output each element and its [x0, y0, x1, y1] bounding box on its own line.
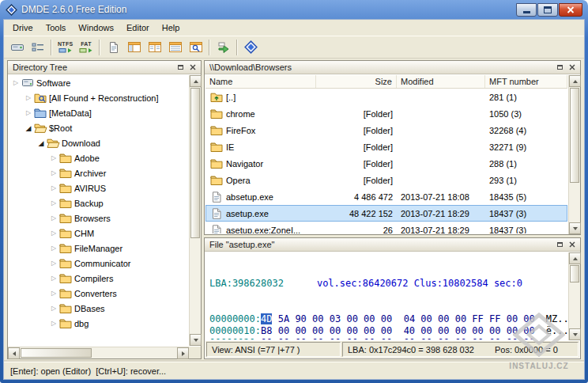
tree-item-communicator[interactable]: ▷Communicator [9, 256, 188, 271]
expand-icon[interactable]: ▷ [49, 214, 58, 222]
menu-help[interactable]: Help [156, 21, 187, 35]
file-list-header: \\Download\Browsers [205, 61, 580, 74]
hex-view[interactable]: LBA:398628032vol.sec:86420672 Clus:10802… [205, 252, 567, 339]
scroll-up-button[interactable] [569, 252, 581, 264]
device-list-button[interactable] [28, 37, 47, 57]
view-mode-cell[interactable]: View: ANSI (=77 |+77 ) [206, 342, 341, 357]
tree-item-filemanager[interactable]: ▷FileManager [9, 241, 188, 256]
tree-item-all-found-reconstruction[interactable]: ▷[All Found + Reconstruction] [9, 90, 188, 105]
minimize-button[interactable] [516, 3, 537, 17]
menu-drive[interactable]: Drive [6, 21, 40, 35]
expand-icon[interactable]: ▷ [49, 260, 58, 267]
ntfs-button[interactable]: NTFS [55, 37, 75, 57]
scroll-up-button[interactable] [569, 75, 581, 87]
expand-icon[interactable]: ▷ [49, 245, 58, 252]
panel-float-button[interactable] [554, 240, 565, 250]
scroll-down-button[interactable] [569, 222, 581, 234]
hex-row[interactable]: 00000010:B8 00 00 00 00 00 00 00 40 00 0… [209, 325, 567, 337]
column-header-mft-number[interactable]: MFT number [485, 75, 567, 88]
panel-list-view-button[interactable] [165, 37, 185, 57]
panel-close-button[interactable] [187, 63, 198, 73]
expand-icon[interactable]: ▷ [49, 184, 58, 192]
file-row-ie[interactable]: IE[Folder]32271 (9) [205, 138, 567, 155]
expand-icon[interactable]: ▷ [49, 169, 58, 176]
file-row-opera[interactable]: Opera[Folder]293 (1) [205, 172, 567, 188]
file-row-absetup-exe[interactable]: absetup.exe4 486 4722013-07-21 18:081843… [205, 188, 567, 205]
collapse-icon[interactable]: ◢ [36, 139, 46, 147]
open-editor-button[interactable] [104, 37, 123, 57]
column-header-modified[interactable]: Modified [397, 75, 485, 88]
expand-icon[interactable]: ▷ [11, 79, 21, 86]
file-row-chrome[interactable]: chrome[Folder]1050 (3) [205, 105, 567, 122]
tree-item-label: DBases [73, 304, 105, 313]
tree-item-archiver[interactable]: ▷Archiver [9, 165, 188, 180]
tree-item-metadata[interactable]: ▷[MetaData] [9, 105, 188, 120]
tree-item-converters[interactable]: ▷Converters [9, 286, 188, 301]
panel-float-button[interactable] [554, 63, 565, 73]
tree-item-download[interactable]: ◢Download [9, 135, 188, 150]
close-button[interactable] [559, 3, 582, 17]
tree-item-avirus[interactable]: ▷AVIRUS [9, 180, 188, 195]
scroll-down-button[interactable] [569, 328, 581, 340]
tree-horizontal-scrollbar[interactable] [8, 347, 189, 358]
hex-vertical-scrollbar[interactable] [568, 252, 580, 340]
panel-search-button[interactable] [186, 37, 205, 57]
tree-item-compilers[interactable]: ▷Compilers [9, 271, 188, 286]
tree-item-dbases[interactable]: ▷DBases [9, 301, 188, 316]
expand-icon[interactable]: ▷ [49, 275, 58, 282]
expand-icon[interactable]: ▷ [49, 305, 58, 312]
scrollbar-thumb[interactable] [570, 265, 579, 283]
tree-item-adobe[interactable]: ▷Adobe [9, 150, 188, 165]
scroll-right-button[interactable] [177, 347, 189, 359]
menu-editor[interactable]: Editor [120, 21, 156, 35]
file-row-item[interactable]: [..]281 (1) [205, 89, 567, 105]
file-row-firefox[interactable]: FireFox[Folder]32268 (4) [205, 122, 567, 138]
panel-float-button[interactable] [175, 63, 186, 73]
expand-icon[interactable]: ▷ [49, 320, 58, 327]
expand-icon[interactable]: ▷ [49, 154, 58, 161]
menu-windows[interactable]: Windows [72, 21, 120, 35]
hex-row[interactable]: 00000000:4D 5A 90 00 03 00 00 00 04 00 0… [209, 313, 567, 325]
expand-icon[interactable]: ▷ [24, 94, 33, 101]
recover-button[interactable] [213, 37, 233, 57]
tree-item-software[interactable]: ▷Software [9, 75, 188, 90]
scroll-left-button[interactable] [8, 347, 20, 359]
titlebar[interactable]: DMDE 2.6.0 Free Edition [3, 0, 585, 19]
file-row-asetup-exe[interactable]: asetup.exe48 422 1522013-07-21 18:291843… [205, 205, 567, 222]
scroll-up-button[interactable] [190, 75, 202, 87]
arrow-down-icon [194, 339, 198, 344]
expand-icon[interactable]: ▷ [49, 229, 58, 237]
dmde-logo-button[interactable] [241, 37, 261, 57]
files-vertical-scrollbar[interactable] [568, 75, 580, 234]
scroll-down-button[interactable] [190, 334, 202, 346]
scrollbar-thumb[interactable] [570, 88, 579, 183]
scrollbar-thumb[interactable] [190, 88, 200, 238]
scrollbar-thumb[interactable] [21, 348, 92, 358]
tree-vertical-scrollbar[interactable] [189, 75, 201, 346]
panel-tree-view-button[interactable] [124, 37, 144, 57]
panel-close-button[interactable] [567, 240, 578, 250]
tree-item-browsers[interactable]: ▷Browsers [9, 210, 188, 226]
hex-row[interactable]: 00000020:00 00 00 00 00 00 00 00 00 00 0… [209, 337, 567, 339]
file-row-asetup-exe-zonei[interactable]: asetup.exe:ZoneI...262013-07-21 18:29184… [205, 222, 567, 233]
column-header-size[interactable]: Size [316, 75, 397, 88]
tree-item-dbg[interactable]: ▷dbg [9, 316, 188, 331]
column-header-name[interactable]: Name [205, 75, 316, 88]
collapse-icon[interactable]: ◢ [24, 124, 33, 132]
panel-split-view-button[interactable] [145, 37, 164, 57]
expand-icon[interactable]: ▷ [49, 199, 58, 207]
maximize-button[interactable] [537, 3, 558, 17]
menu-tools[interactable]: Tools [40, 21, 73, 35]
tree-item-chm[interactable]: ▷CHM [9, 226, 188, 241]
expand-icon[interactable]: ▷ [49, 290, 58, 297]
close-icon [190, 64, 196, 70]
open-drive-button[interactable] [7, 37, 27, 57]
panel-close-button[interactable] [567, 63, 578, 73]
selected-byte[interactable]: 4D [261, 313, 272, 324]
file-row-navigator[interactable]: Navigator[Folder]288 (1) [205, 155, 567, 172]
fat-button[interactable]: FAT [76, 37, 96, 57]
tree-item-backup[interactable]: ▷Backup [9, 195, 188, 210]
tree-item-label: FileManager [73, 244, 122, 253]
expand-icon[interactable]: ▷ [24, 109, 33, 116]
tree-item-root[interactable]: ◢$Root [9, 120, 188, 135]
